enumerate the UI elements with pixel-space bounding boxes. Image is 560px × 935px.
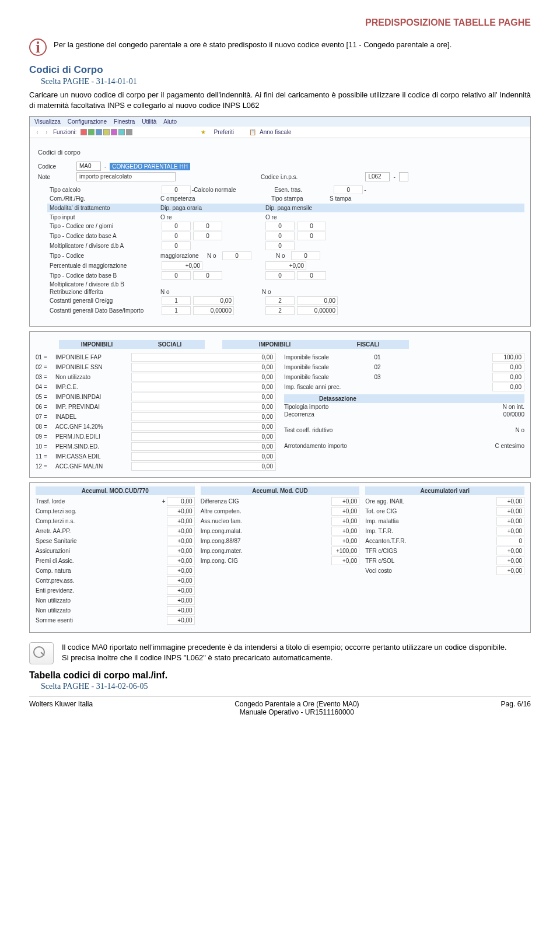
row-value[interactable]: +0,00: [167, 507, 195, 516]
value[interactable]: 0: [334, 185, 363, 194]
row-value[interactable]: +0,00: [167, 527, 195, 535]
row-value[interactable]: 0,00: [131, 402, 276, 411]
page-header: PREDISPOSIZIONE TABELLE PAGHE: [29, 17, 531, 28]
value[interactable]: 0,00000: [297, 306, 338, 315]
row-value[interactable]: 0,00: [131, 452, 276, 461]
value[interactable]: N o: [207, 253, 221, 259]
row-value[interactable]: +0,00: [496, 507, 524, 516]
value[interactable]: 0: [222, 251, 251, 260]
value-text[interactable]: S tampa: [330, 195, 400, 202]
app-screenshot-1: Visualizza Configurazione Finestra Utili…: [29, 116, 531, 327]
menu-item[interactable]: Utilità: [142, 118, 156, 125]
input-inps-suffix[interactable]: [399, 172, 408, 181]
row-value[interactable]: +0,00: [167, 566, 195, 575]
value[interactable]: 2: [265, 296, 295, 305]
value[interactable]: N o: [276, 253, 290, 259]
row-label: Comp. natura: [36, 568, 161, 574]
row-value[interactable]: 0,00: [167, 497, 195, 506]
menu-item[interactable]: Finestra: [114, 118, 135, 125]
value[interactable]: N on int.: [503, 404, 524, 410]
menu-item[interactable]: Aiuto: [163, 118, 177, 125]
row-value[interactable]: 0,00: [492, 373, 524, 381]
value-text[interactable]: C ompetenza: [160, 195, 230, 202]
row-value[interactable]: +0,00: [496, 547, 524, 555]
value[interactable]: 0: [193, 271, 222, 280]
row-value[interactable]: 0,00: [131, 383, 276, 391]
value[interactable]: 1: [162, 306, 191, 315]
row-value[interactable]: +0,00: [331, 537, 359, 545]
toolbar-anno[interactable]: Anno fiscale: [260, 129, 291, 135]
row-value[interactable]: 0: [496, 537, 524, 545]
value[interactable]: O re: [160, 214, 230, 220]
row-value[interactable]: 0,00: [131, 373, 276, 381]
value[interactable]: O re: [265, 214, 335, 220]
row-value[interactable]: +0,00: [167, 517, 195, 526]
value[interactable]: 0: [297, 222, 326, 230]
value[interactable]: 0: [162, 185, 191, 194]
row-value[interactable]: 0,00: [131, 363, 276, 372]
value[interactable]: 0: [162, 232, 191, 240]
row-value[interactable]: 0,00: [131, 412, 276, 421]
row-value[interactable]: +0,00: [167, 586, 195, 595]
row-value[interactable]: +100,00: [331, 547, 359, 555]
row-value[interactable]: 0,00: [131, 462, 276, 471]
value[interactable]: +0,00: [162, 261, 202, 270]
row-value[interactable]: +0,00: [496, 497, 524, 506]
row-value[interactable]: 0,00: [492, 363, 524, 372]
row-value[interactable]: 0,00: [131, 442, 276, 451]
row-value[interactable]: +0,00: [167, 537, 195, 545]
value[interactable]: 0: [193, 232, 222, 240]
row-value[interactable]: 0,00: [131, 422, 276, 431]
row-value[interactable]: +0,00: [167, 596, 195, 605]
value[interactable]: 0,00: [297, 296, 338, 305]
value[interactable]: 0: [193, 222, 222, 230]
row-value[interactable]: +0,00: [167, 606, 195, 615]
row-value[interactable]: +0,00: [331, 517, 359, 526]
value[interactable]: 0: [265, 232, 295, 240]
row-value[interactable]: +0,00: [167, 576, 195, 585]
row-value[interactable]: 0,00: [492, 383, 524, 391]
row-value[interactable]: 0,00: [131, 432, 276, 441]
value[interactable]: 0: [162, 241, 191, 250]
row-value[interactable]: +0,00: [496, 527, 524, 535]
value[interactable]: 0: [297, 232, 326, 240]
value[interactable]: N o: [515, 427, 524, 433]
value[interactable]: +0,00: [265, 261, 306, 270]
value[interactable]: 1: [162, 296, 191, 305]
row-value[interactable]: +0,00: [167, 616, 195, 625]
row-value[interactable]: +0,00: [496, 517, 524, 526]
value[interactable]: 0: [265, 271, 295, 280]
row-value[interactable]: +0,00: [331, 497, 359, 506]
value[interactable]: 0: [265, 241, 295, 250]
input-inps[interactable]: L062: [365, 172, 390, 181]
row-value[interactable]: +0,00: [331, 507, 359, 516]
value[interactable]: 0,00: [193, 296, 234, 305]
value[interactable]: 0: [162, 222, 191, 230]
value[interactable]: 0: [291, 251, 320, 260]
value[interactable]: 00/0000: [503, 411, 524, 418]
input-codice-desc[interactable]: CONGEDO PARENTALE HH: [110, 163, 190, 170]
value[interactable]: 0,00000: [193, 306, 234, 315]
menu-item[interactable]: Visualizza: [34, 118, 61, 125]
input-note[interactable]: importo precalcolato: [76, 172, 176, 181]
row-value[interactable]: +0,00: [496, 566, 524, 575]
value[interactable]: 0: [297, 271, 326, 280]
row-value[interactable]: +0,00: [167, 547, 195, 555]
value[interactable]: 2: [265, 306, 295, 315]
value[interactable]: N o: [160, 289, 174, 295]
row-value[interactable]: +0,00: [496, 556, 524, 565]
row-value[interactable]: +0,00: [331, 527, 359, 535]
row-value[interactable]: +0,00: [331, 556, 359, 565]
value[interactable]: 0: [265, 222, 295, 230]
row-value[interactable]: 100,00: [492, 353, 524, 362]
value[interactable]: N o: [262, 289, 276, 295]
value[interactable]: C entesimo: [495, 443, 524, 449]
row-value[interactable]: 0,00: [131, 353, 276, 362]
toolbar-preferiti[interactable]: Preferiti: [214, 129, 234, 135]
row-key: 03 =: [36, 374, 55, 380]
menu-item[interactable]: Configurazione: [68, 118, 107, 125]
input-codice[interactable]: MA0: [76, 162, 101, 171]
value[interactable]: 0: [162, 271, 191, 280]
row-value[interactable]: +0,00: [167, 556, 195, 565]
row-value[interactable]: 0,00: [131, 393, 276, 401]
